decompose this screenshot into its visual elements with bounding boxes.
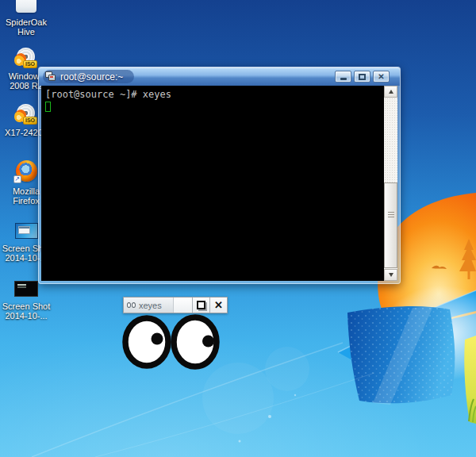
scroll-up-icon: [389, 90, 393, 94]
screenshot-thumbnail-icon: [14, 281, 38, 297]
terminal-cursor: [45, 102, 51, 112]
firefox-icon: ↗: [16, 160, 37, 182]
terminal-title: root@source:~: [60, 71, 123, 83]
scroll-down-button[interactable]: [384, 269, 397, 281]
iso-badge: ISO: [23, 117, 37, 125]
spideroak-hive-icon: [16, 0, 36, 13]
left-pupil: [152, 333, 163, 345]
xeyes-maximize-button[interactable]: [192, 298, 209, 313]
scrollbar-thumb[interactable]: [384, 182, 397, 268]
close-button[interactable]: ✕: [373, 71, 390, 83]
xeyes-eyes: [119, 312, 222, 371]
close-icon: ✕: [214, 300, 223, 310]
right-pupil: [202, 336, 214, 348]
terminal-titlebar[interactable]: root@source:~ ✕: [39, 67, 400, 86]
xeyes-titlebar[interactable]: xeyes ✕: [123, 297, 228, 313]
screenshot-thumbnail-icon: [15, 223, 38, 239]
iso-badge: ISO: [23, 60, 37, 68]
terminal-window: root@source:~ ✕ [root@source ~]# xeyes: [38, 67, 401, 284]
iso-disc-icon: ISO: [16, 48, 36, 67]
icon-label: Mozilla Firefox: [13, 186, 40, 205]
xeyes-title: xeyes: [139, 301, 162, 310]
scroll-down-icon: [389, 273, 393, 277]
icon-label: SpiderOak Hive: [6, 17, 47, 36]
terminal-screen[interactable]: [root@source ~]# xeyes: [41, 86, 397, 281]
shortcut-arrow-icon: ↗: [13, 175, 21, 183]
minimize-button[interactable]: [335, 71, 351, 83]
desktop[interactable]: SpiderOak Hive ISO Windows 2008 R2 ISO X…: [0, 0, 476, 457]
terminal-scrollbar[interactable]: [384, 86, 397, 281]
scroll-up-button[interactable]: [384, 86, 397, 98]
minimize-icon: [340, 78, 347, 80]
maximize-button[interactable]: [354, 71, 370, 83]
scrollbar-grip-icon: [388, 212, 394, 219]
xeyes-close-button[interactable]: ✕: [209, 298, 227, 313]
terminal-prompt-line: [root@source ~]# xeyes: [45, 89, 171, 101]
maximize-icon: [359, 74, 366, 80]
maximize-icon: [197, 301, 205, 309]
xeyes-titlebar-spacer: [173, 298, 192, 313]
iso-disc-icon: ISO: [16, 104, 36, 123]
putty-icon: [45, 71, 56, 82]
close-icon: ✕: [378, 72, 384, 81]
desktop-icon-spideroak-hive[interactable]: SpiderOak Hive: [0, 0, 52, 36]
terminal-title-pill: root@source:~: [43, 70, 134, 83]
desktop-icon-screenshot-2[interactable]: Screen Shot 2014-10-...: [0, 281, 52, 321]
xeyes-icon: [127, 302, 136, 308]
icon-label: Screen Shot 2014-10-...: [2, 301, 51, 321]
